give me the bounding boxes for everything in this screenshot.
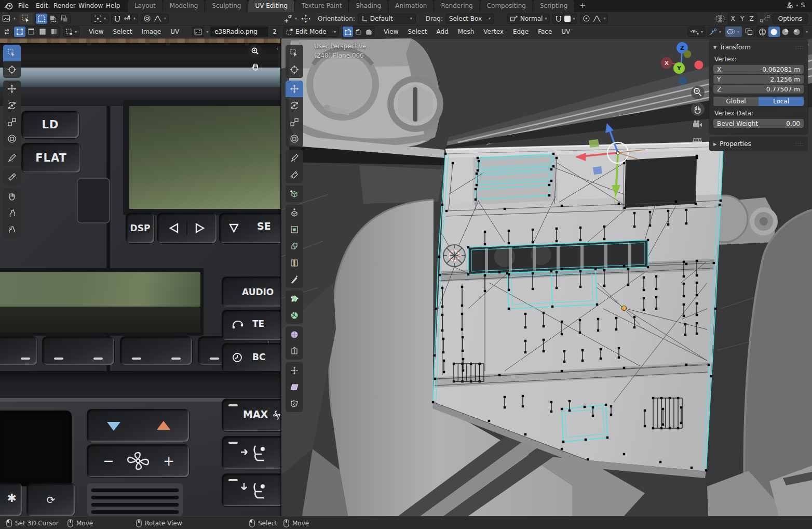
rendered-shading-button[interactable] bbox=[791, 27, 803, 37]
edge-select-button[interactable] bbox=[353, 27, 363, 37]
uv-menu-view[interactable]: View bbox=[85, 27, 107, 37]
bevel-tool-button[interactable] bbox=[286, 238, 303, 255]
add-workspace-button[interactable]: + bbox=[575, 0, 590, 12]
vp-menu-edge[interactable]: Edge bbox=[509, 27, 533, 37]
cursor-tool-button[interactable] bbox=[286, 61, 303, 78]
image-users-button[interactable]: 2 bbox=[269, 27, 280, 37]
vp-menu-add[interactable]: Add bbox=[432, 27, 453, 37]
extrude-tool-button[interactable] bbox=[286, 205, 303, 221]
uv-editor-type-dropdown[interactable]: ▾ bbox=[2, 15, 17, 23]
mirror-y-button[interactable]: Y bbox=[738, 14, 747, 24]
bevel-weight-field[interactable]: Bevel Weight0.00 bbox=[713, 119, 804, 128]
nav-x-plus[interactable] bbox=[695, 61, 703, 70]
tab-compositing[interactable]: Compositing bbox=[480, 0, 533, 12]
global-button[interactable]: Global bbox=[713, 97, 759, 106]
pinch-tool-button[interactable] bbox=[3, 221, 21, 238]
vp-snapping-dropdown[interactable]: ▾ bbox=[552, 14, 577, 24]
snap-with-dropdown[interactable]: Normal ▾ bbox=[507, 14, 550, 24]
vertex-y-field[interactable]: Y2.1256 m bbox=[713, 75, 804, 84]
scene-selector[interactable]: ▾ S bbox=[785, 1, 805, 9]
rip-region-tool-button[interactable] bbox=[286, 395, 303, 412]
proportional-editing-dropdown[interactable]: ▾ bbox=[141, 14, 169, 24]
gizmos-dropdown[interactable]: ▾ bbox=[707, 27, 724, 37]
vp-menu-select[interactable]: Select bbox=[403, 27, 431, 37]
uv-menu-image[interactable]: Image bbox=[138, 27, 166, 37]
grab-tool-button[interactable] bbox=[3, 188, 21, 205]
edge-slide-tool-button[interactable] bbox=[286, 343, 303, 360]
pivot-point-dropdown[interactable]: ▾ bbox=[91, 14, 109, 24]
scale-tool-button[interactable] bbox=[3, 114, 21, 130]
relax-tool-button[interactable] bbox=[3, 205, 21, 221]
mode-dropdown[interactable]: Edit Mode ▾ bbox=[283, 27, 339, 37]
tweak-tool-button[interactable] bbox=[3, 45, 21, 61]
orientation-dropdown[interactable]: Default ▾ bbox=[358, 14, 416, 24]
spin-tool-button[interactable] bbox=[286, 307, 303, 324]
uv-editor-canvas[interactable]: LD FLAT DSP SE bbox=[0, 38, 280, 516]
rotate-tool-button[interactable] bbox=[286, 97, 303, 114]
transform-tool-button[interactable] bbox=[3, 130, 21, 147]
uv-vertex-mode-button[interactable] bbox=[14, 27, 25, 37]
add-cube-tool-button[interactable] bbox=[286, 186, 303, 202]
tab-texture-paint[interactable]: Texture Paint bbox=[295, 0, 349, 12]
menu-help[interactable]: Help bbox=[101, 0, 125, 12]
move-tool-button[interactable] bbox=[286, 81, 303, 97]
move-tool-button[interactable] bbox=[3, 81, 21, 97]
mirror-x-button[interactable]: X bbox=[728, 14, 738, 24]
drag-dropdown[interactable]: Select Box ▾ bbox=[445, 14, 494, 24]
zoom-gizmo[interactable] bbox=[248, 44, 262, 58]
tab-animation[interactable]: Animation bbox=[388, 0, 434, 12]
image-name-field[interactable]: e38Radio.png bbox=[210, 27, 268, 37]
tab-scripting[interactable]: Scripting bbox=[533, 0, 575, 12]
poly-build-tool-button[interactable] bbox=[286, 290, 303, 307]
uv-sync-toggle[interactable] bbox=[1, 27, 12, 37]
tweak-tool-button[interactable] bbox=[286, 45, 303, 61]
tab-rendering[interactable]: Rendering bbox=[434, 0, 480, 12]
select-subtract-button[interactable] bbox=[59, 14, 70, 24]
vp-menu-uv[interactable]: UV bbox=[557, 27, 574, 37]
annotate-tool-button[interactable] bbox=[3, 150, 21, 166]
nav-y-minus[interactable] bbox=[684, 50, 692, 58]
tab-layout[interactable]: Layout bbox=[128, 0, 163, 12]
snapping-dropdown[interactable]: ▾ bbox=[111, 14, 138, 24]
cursor-tool-button[interactable] bbox=[3, 61, 21, 78]
active-tool-tweak-button[interactable] bbox=[19, 13, 33, 24]
sticky-select-dropdown[interactable]: ▾ bbox=[63, 27, 79, 37]
overlays-dropdown[interactable]: ▾ bbox=[725, 27, 742, 37]
vp-menu-mesh[interactable]: Mesh bbox=[454, 27, 479, 37]
uv-face-mode-button[interactable] bbox=[37, 27, 48, 37]
loop-cut-tool-button[interactable] bbox=[286, 255, 303, 271]
vertex-x-field[interactable]: X-0.062081 m bbox=[713, 65, 804, 74]
shear-tool-button[interactable] bbox=[286, 379, 303, 395]
uv-edge-mode-button[interactable] bbox=[25, 27, 37, 37]
image-browse-dropdown[interactable]: ▾ bbox=[192, 27, 209, 37]
options-button[interactable]: Options bbox=[773, 14, 808, 24]
object-visibility-dropdown[interactable]: ▾ bbox=[687, 27, 706, 37]
xray-toggle[interactable] bbox=[743, 27, 755, 37]
vp-menu-vertex[interactable]: Vertex bbox=[479, 27, 508, 37]
properties-panel-header[interactable]: ▶ Properties :::: bbox=[713, 139, 804, 149]
rotate-tool-button[interactable] bbox=[3, 97, 21, 114]
vp-menu-face[interactable]: Face bbox=[534, 27, 556, 37]
tab-modeling[interactable]: Modeling bbox=[163, 0, 206, 12]
smooth-tool-button[interactable] bbox=[286, 326, 303, 343]
shrink-fatten-tool-button[interactable] bbox=[286, 362, 303, 379]
vertex-z-field[interactable]: Z0.77507 m bbox=[713, 85, 804, 94]
face-select-button[interactable] bbox=[363, 27, 374, 37]
material-shading-button[interactable] bbox=[780, 27, 791, 37]
solid-shading-button[interactable] bbox=[768, 27, 780, 37]
inset-tool-button[interactable] bbox=[286, 221, 303, 238]
region-collapse-arrow[interactable]: ‹ bbox=[276, 46, 278, 51]
wireframe-shading-button[interactable] bbox=[757, 27, 768, 37]
blender-logo-icon[interactable] bbox=[4, 2, 13, 10]
vp-menu-view[interactable]: View bbox=[380, 27, 402, 37]
vp-active-tool-dropdown[interactable]: ▾ bbox=[283, 15, 298, 23]
tab-shading[interactable]: Shading bbox=[349, 0, 388, 12]
knife-tool-button[interactable] bbox=[286, 271, 303, 288]
uv-menu-select[interactable]: Select bbox=[109, 27, 137, 37]
viewport-canvas[interactable]: Z X Y bbox=[281, 38, 812, 516]
sample-tool-button[interactable] bbox=[3, 169, 21, 186]
vp-proportional-dropdown[interactable]: ▾ bbox=[580, 14, 608, 24]
select-new-button[interactable] bbox=[36, 14, 47, 24]
vertex-select-button[interactable] bbox=[343, 27, 353, 37]
transform-tool-button[interactable] bbox=[286, 130, 303, 147]
